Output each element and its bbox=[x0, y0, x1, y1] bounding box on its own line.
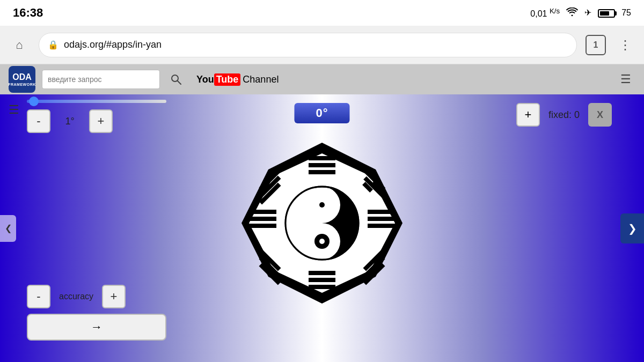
sidebar-toggle[interactable]: ☰ bbox=[9, 103, 19, 117]
oda-main-text: ODA bbox=[12, 73, 32, 82]
network-speed: 0,01 K/s bbox=[530, 7, 560, 19]
app-header: ODA FRAMEWORK YouTubeChannel ☰ bbox=[0, 64, 644, 94]
svg-line-1 bbox=[178, 81, 181, 84]
wifi-icon bbox=[566, 8, 578, 18]
battery-level: 75 bbox=[621, 8, 631, 18]
accuracy-plus-button[interactable]: + bbox=[102, 285, 126, 308]
arrow-button[interactable]: → bbox=[27, 314, 166, 341]
tab-count[interactable]: 1 bbox=[586, 35, 606, 55]
svg-rect-5 bbox=[309, 163, 335, 167]
svg-point-0 bbox=[172, 75, 178, 82]
degree-plus-button[interactable]: + bbox=[89, 109, 113, 133]
svg-rect-11 bbox=[368, 210, 394, 214]
svg-point-32 bbox=[319, 202, 325, 208]
svg-rect-23 bbox=[250, 210, 276, 214]
svg-point-33 bbox=[319, 239, 325, 244]
svg-rect-25 bbox=[250, 224, 276, 228]
hamburger-menu[interactable]: ☰ bbox=[616, 68, 635, 91]
svg-rect-17 bbox=[309, 271, 335, 275]
right-controls: + fixed: 0 X bbox=[516, 103, 612, 127]
status-time: 16:38 bbox=[13, 6, 43, 20]
youtube-you: You bbox=[196, 74, 214, 85]
degree-controls: - 1° + bbox=[27, 109, 188, 133]
youtube-channel: Channel bbox=[243, 74, 279, 85]
angle-display: 0° bbox=[294, 103, 349, 123]
lock-icon: 🔒 bbox=[48, 40, 58, 50]
svg-rect-4 bbox=[309, 156, 335, 160]
home-button[interactable]: ⌂ bbox=[9, 34, 30, 56]
accuracy-minus-button[interactable]: - bbox=[27, 285, 50, 308]
svg-rect-13 bbox=[368, 224, 394, 228]
accuracy-label: accuracy bbox=[59, 292, 93, 301]
youtube-brand: YouTubeChannel bbox=[196, 73, 279, 86]
degree-value: 1° bbox=[59, 116, 80, 127]
status-bar: 16:38 0,01 K/s ✈ 75 bbox=[0, 0, 644, 26]
search-button[interactable] bbox=[166, 70, 186, 89]
slider-track[interactable] bbox=[27, 100, 166, 103]
nav-right-button[interactable]: ❯ bbox=[620, 213, 644, 243]
youtube-tube: Tube bbox=[214, 73, 241, 86]
accuracy-controls: - accuracy + bbox=[27, 285, 126, 308]
oda-sub-text: FRAMEWORK bbox=[8, 83, 36, 86]
left-panel: - 1° + bbox=[27, 100, 188, 144]
x-button[interactable]: X bbox=[588, 103, 612, 127]
main-content: ☰ - 1° + - accuracy + → 0° bbox=[0, 94, 644, 362]
url-bar[interactable]: 🔒 odajs.org/#apps/in-yan bbox=[39, 33, 577, 57]
svg-rect-19 bbox=[309, 285, 335, 289]
oda-logo: ODA FRAMEWORK bbox=[9, 66, 35, 93]
nav-right-icon: ❯ bbox=[628, 222, 637, 235]
slider-container bbox=[27, 100, 188, 103]
nav-left-icon: ❮ bbox=[5, 223, 12, 233]
svg-rect-24 bbox=[250, 217, 276, 221]
svg-rect-18 bbox=[309, 278, 335, 282]
browser-bar: ⌂ 🔒 odajs.org/#apps/in-yan 1 ⋮ bbox=[0, 26, 644, 64]
arrow-icon: → bbox=[91, 320, 103, 334]
search-input[interactable] bbox=[42, 70, 160, 89]
airplane-icon: ✈ bbox=[584, 8, 591, 18]
battery-icon bbox=[598, 8, 615, 18]
svg-rect-12 bbox=[368, 217, 394, 221]
nav-left-button[interactable]: ❮ bbox=[0, 215, 16, 242]
degree-minus-button[interactable]: - bbox=[27, 109, 50, 133]
fixed-label: fixed: 0 bbox=[548, 109, 580, 121]
browser-menu-button[interactable]: ⋮ bbox=[614, 38, 635, 53]
svg-rect-6 bbox=[309, 170, 335, 174]
bagua-symbol bbox=[236, 137, 408, 309]
right-plus-button[interactable]: + bbox=[516, 103, 540, 127]
bagua-container bbox=[231, 121, 413, 325]
slider-thumb[interactable] bbox=[29, 97, 39, 106]
url-text: odajs.org/#apps/in-yan bbox=[64, 39, 568, 50]
status-right: 0,01 K/s ✈ 75 bbox=[530, 7, 631, 19]
